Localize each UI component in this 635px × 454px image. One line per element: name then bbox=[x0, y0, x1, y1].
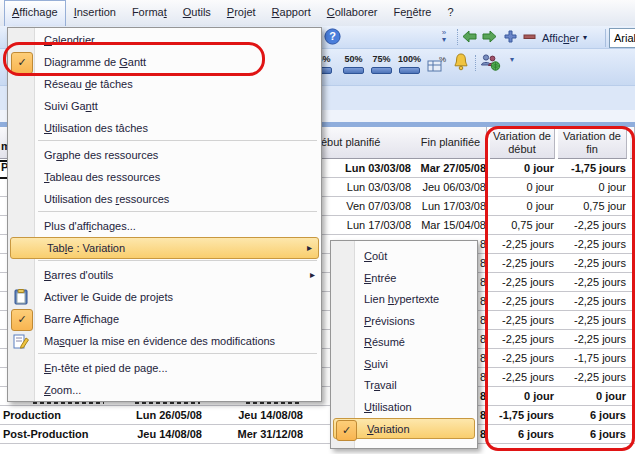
menubar-item-format[interactable]: Format bbox=[124, 0, 175, 26]
zoom-50-button[interactable]: 50% bbox=[340, 54, 367, 80]
menu-item-reseau-de-taches[interactable]: Réseau de tâches bbox=[8, 73, 321, 95]
menubar-item-affichage[interactable]: Affichage bbox=[4, 0, 66, 26]
cell-vf[interactable]: 6 jours bbox=[558, 425, 631, 444]
cell-extra[interactable] bbox=[630, 159, 635, 178]
cell-vd[interactable]: 0 jour bbox=[490, 159, 559, 178]
cell-fp[interactable]: Mar 15/04/08 bbox=[415, 216, 491, 235]
cell-dp[interactable]: Ven 07/03/08 bbox=[307, 197, 416, 216]
menu-item-suivi[interactable]: Suivi bbox=[331, 353, 477, 374]
cell-fp[interactable]: Jeu 06/03/08 bbox=[415, 178, 491, 197]
cell-extra[interactable] bbox=[630, 311, 635, 330]
menu-item-lien-hypertexte[interactable]: Lien hypertexte bbox=[331, 288, 477, 309]
cell-vf[interactable]: -2,25 jours bbox=[558, 254, 631, 273]
cell-name[interactable]: Post-Production bbox=[0, 425, 108, 444]
cell-vd[interactable] bbox=[490, 444, 559, 454]
cell-vf[interactable]: -2,25 jours bbox=[558, 368, 631, 387]
menu-item-resume[interactable]: Résumé bbox=[331, 331, 477, 352]
cell-vf[interactable] bbox=[558, 444, 631, 454]
cell-fp[interactable]: Mar 27/05/08 bbox=[415, 159, 491, 178]
cell-vf[interactable]: 0,75 jour bbox=[558, 197, 631, 216]
cell-fin[interactable] bbox=[206, 444, 308, 454]
header-variation-fin[interactable]: Variation de fin bbox=[558, 127, 627, 159]
menu-item-utilisation-des-taches[interactable]: Utilisation des tâches bbox=[8, 117, 321, 139]
cell-vd[interactable]: -2,25 jours bbox=[490, 311, 559, 330]
menu-item-barre-affichage[interactable]: ✓Barre Affichage bbox=[8, 308, 321, 330]
menu-item-previsions[interactable]: Prévisions bbox=[331, 310, 477, 331]
cell-vd[interactable]: 0 jour bbox=[490, 197, 559, 216]
header-fin-planifiee[interactable]: Fin planifiée bbox=[415, 127, 487, 159]
cell-vd[interactable]: -2,25 jours bbox=[490, 292, 559, 311]
cell-vf[interactable]: 0 jour bbox=[558, 178, 631, 197]
cell-vf[interactable]: -1,75 jours bbox=[558, 349, 631, 368]
menubar-item-item[interactable]: ? bbox=[439, 0, 461, 26]
cell-vf[interactable]: 0 jour bbox=[558, 387, 631, 406]
menu-item-plus-d-affichages[interactable]: Plus d'affichages... bbox=[8, 215, 321, 237]
green-arrow-left-icon[interactable] bbox=[462, 30, 477, 43]
zoom-75-button[interactable]: 75% bbox=[368, 54, 395, 80]
cell-dp[interactable]: Lun 03/03/08 bbox=[307, 159, 416, 178]
cell-extra[interactable] bbox=[630, 178, 635, 197]
cell-extra[interactable] bbox=[630, 254, 635, 273]
cell-extra[interactable] bbox=[630, 425, 635, 444]
cell-extra[interactable] bbox=[630, 444, 635, 454]
menu-item-tableau-des-ressources[interactable]: Tableau des ressources bbox=[8, 166, 321, 188]
cell-extra[interactable] bbox=[630, 197, 635, 216]
cell-extra[interactable] bbox=[630, 368, 635, 387]
help-icon[interactable]: ? bbox=[324, 28, 341, 45]
cell-extra[interactable] bbox=[630, 216, 635, 235]
cell-vd[interactable]: -1,75 jours bbox=[490, 406, 559, 425]
menu-item-travail[interactable]: Travail bbox=[331, 374, 477, 395]
cell-extra[interactable] bbox=[630, 387, 635, 406]
cell-vd[interactable]: 0 jour bbox=[490, 387, 559, 406]
menu-item-utilisation[interactable]: Utilisation bbox=[331, 396, 477, 417]
menu-item-variation[interactable]: ✓Variation bbox=[333, 418, 475, 439]
menu-item-en-tete-et-pied-de-page[interactable]: En-tête et pied de page... bbox=[8, 357, 321, 379]
cell-extra[interactable] bbox=[630, 292, 635, 311]
header-variation-debut[interactable]: Variation de début bbox=[490, 127, 555, 159]
cell-vd[interactable]: -2,25 jours bbox=[490, 235, 559, 254]
header-debut-planifie[interactable]: Début planifié bbox=[307, 127, 418, 159]
bell-icon[interactable] bbox=[452, 53, 470, 72]
cell-debut[interactable]: Lun 26/05/08 bbox=[107, 406, 207, 425]
toolbar-overflow-icon[interactable]: ▾ bbox=[505, 56, 519, 63]
cell-vf[interactable]: -2,25 jours bbox=[558, 216, 631, 235]
cell-vd[interactable]: 0,75 jour bbox=[490, 216, 559, 235]
menubar-item-rapport[interactable]: Rapport bbox=[264, 0, 319, 26]
menubar-item-fenetre[interactable]: Fenêtre bbox=[386, 0, 440, 26]
cell-fin[interactable]: Jeu 14/08/08 bbox=[206, 406, 308, 425]
menu-item-barres-d-outils[interactable]: Barres d'outils▸ bbox=[8, 264, 321, 286]
menu-item-cout[interactable]: Coût bbox=[331, 245, 477, 266]
cell-vd[interactable]: -2,25 jours bbox=[490, 368, 559, 387]
cell-vf[interactable]: 6 jours bbox=[558, 406, 631, 425]
minus-icon[interactable] bbox=[523, 30, 536, 43]
plus-icon[interactable] bbox=[504, 30, 517, 43]
cell-extra[interactable] bbox=[630, 406, 635, 425]
menu-item-utilisation-des-ressources[interactable]: Utilisation des ressources bbox=[8, 188, 321, 210]
menubar-item-insertion[interactable]: Insertion bbox=[66, 0, 124, 26]
menu-item-graphe-des-ressources[interactable]: Graphe des ressources bbox=[8, 144, 321, 166]
cell-vf[interactable]: -2,25 jours bbox=[558, 330, 631, 349]
menubar-item-collaborer[interactable]: Collaborer bbox=[319, 0, 386, 26]
menu-item-entree[interactable]: Entrée bbox=[331, 267, 477, 288]
menu-item-zoom[interactable]: Zoom... bbox=[8, 379, 321, 401]
cell-vd[interactable]: -2,25 jours bbox=[490, 349, 559, 368]
cell-extra[interactable] bbox=[630, 330, 635, 349]
cell-dp[interactable]: Lun 17/03/08 bbox=[307, 216, 416, 235]
cell-vd[interactable]: -2,25 jours bbox=[490, 254, 559, 273]
menubar-item-outils[interactable]: Outils bbox=[175, 0, 219, 26]
menu-item-diagramme-de-gantt[interactable]: ✓Diagramme de Gantt bbox=[8, 51, 321, 73]
percent-table-icon[interactable]: % bbox=[427, 54, 447, 72]
menu-item-table-variation[interactable]: Table : Variation▸ bbox=[10, 237, 319, 259]
cell-fin[interactable]: Mer 31/12/08 bbox=[206, 425, 308, 444]
font-name-combobox[interactable]: Arial bbox=[609, 28, 635, 48]
cell-vf[interactable]: -1,75 jours bbox=[558, 159, 631, 178]
cell-extra[interactable] bbox=[630, 349, 635, 368]
cell-vf[interactable]: -2,25 jours bbox=[558, 235, 631, 254]
toolbar-overflow-icon[interactable]: »▾ bbox=[437, 29, 451, 43]
zoom-100-button[interactable]: 100% bbox=[396, 54, 423, 80]
cell-name[interactable]: Production bbox=[0, 406, 108, 425]
cell-extra[interactable] bbox=[630, 273, 635, 292]
cell-vd[interactable]: 0 jour bbox=[490, 178, 559, 197]
green-arrow-right-icon[interactable] bbox=[482, 30, 497, 43]
cell-vf[interactable]: -2,25 jours bbox=[558, 292, 631, 311]
